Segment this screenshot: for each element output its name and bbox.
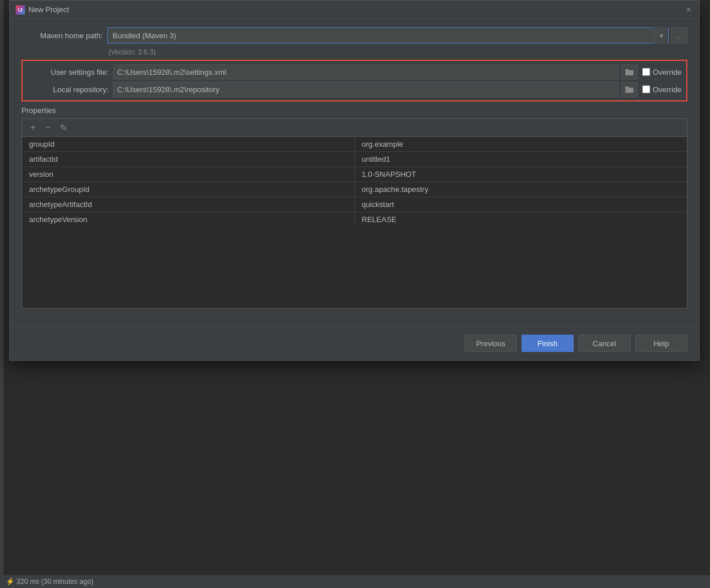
prop-value: org.apache.tapestry (354, 182, 687, 197)
local-repo-field-group (113, 82, 637, 97)
table-row[interactable]: archetypeVersion RELEASE (22, 212, 687, 227)
help-button[interactable]: Help (635, 335, 687, 352)
local-repo-override-group: Override (642, 85, 682, 94)
table-row[interactable]: archetypeArtifactId quickstart (22, 197, 687, 212)
prop-value: RELEASE (354, 212, 687, 227)
add-property-button[interactable]: + (27, 121, 39, 134)
prop-key: archetypeArtifactId (22, 197, 354, 212)
local-repo-browse-button[interactable] (621, 82, 637, 97)
properties-table: groupId org.example artifactId untitled1… (22, 137, 687, 227)
finish-button[interactable]: Finish (521, 335, 574, 352)
properties-toolbar: + − ✎ (22, 119, 687, 137)
maven-version-text: (Version: 3.6.3) (108, 48, 687, 56)
table-row[interactable]: artifactId untitled1 (22, 152, 687, 167)
local-repo-label: Local repository: (27, 85, 108, 94)
dialog-content: Maven home path: Bundled (Maven 3) ▾ … (… (10, 19, 699, 321)
table-row[interactable]: version 1.0-SNAPSHOT (22, 167, 687, 182)
table-row[interactable]: archetypeGroupId org.apache.tapestry (22, 182, 687, 197)
previous-button[interactable]: Previous (465, 335, 517, 352)
prop-value: untitled1 (354, 152, 687, 167)
remove-property-button[interactable]: − (42, 121, 55, 134)
prop-key: archetypeVersion (22, 212, 354, 227)
status-bar: ⚡ 320 ms (30 minutes ago) (0, 575, 710, 588)
maven-home-field-group: Bundled (Maven 3) ▾ … (107, 27, 687, 43)
dialog-title-left: IJ New Project (16, 5, 69, 14)
user-settings-row: User settings file: Override (27, 64, 682, 79)
properties-container: + − ✎ groupId org.example artifactId unt… (21, 118, 687, 308)
table-row[interactable]: groupId org.example (22, 137, 687, 152)
prop-value: 1.0-SNAPSHOT (354, 167, 687, 182)
properties-empty-area (22, 227, 687, 308)
cancel-button[interactable]: Cancel (578, 335, 631, 352)
user-settings-label: User settings file: (27, 68, 108, 77)
dialog-titlebar: IJ New Project × (10, 1, 699, 19)
user-settings-browse-button[interactable] (621, 64, 637, 79)
red-outline-section: User settings file: Override Local repo (21, 60, 687, 101)
maven-browse-button[interactable]: … (671, 27, 687, 43)
local-repo-override-checkbox[interactable] (642, 85, 650, 93)
user-settings-input[interactable] (113, 64, 619, 79)
prop-key: groupId (22, 137, 354, 152)
user-settings-field-group (113, 64, 637, 79)
new-project-dialog: IJ New Project × Maven home path: Bundle… (9, 0, 700, 361)
user-settings-override-label: Override (653, 68, 682, 77)
dialog-app-icon: IJ (16, 5, 25, 14)
prop-key: artifactId (22, 152, 354, 167)
prop-value: org.example (354, 137, 687, 152)
dialog-footer: Previous Finish Cancel Help (10, 326, 699, 360)
user-settings-override-checkbox[interactable] (642, 68, 650, 76)
maven-home-row: Maven home path: Bundled (Maven 3) ▾ … (21, 27, 687, 43)
local-repo-row: Local repository: Override (27, 82, 682, 97)
close-button[interactable]: × (684, 5, 693, 14)
dialog-title: New Project (28, 5, 69, 14)
prop-key: version (22, 167, 354, 182)
maven-home-label: Maven home path: (21, 31, 103, 40)
local-repo-input[interactable] (113, 82, 619, 97)
properties-section-label: Properties (21, 106, 687, 115)
status-bar-text: ⚡ 320 ms (30 minutes ago) (6, 578, 93, 586)
prop-value: quickstart (354, 197, 687, 212)
prop-key: archetypeGroupId (22, 182, 354, 197)
edit-property-button[interactable]: ✎ (57, 121, 70, 134)
local-repo-override-label: Override (653, 85, 682, 94)
user-settings-override-group: Override (642, 68, 682, 77)
maven-dropdown-arrow[interactable]: ▾ (654, 27, 668, 43)
maven-dropdown[interactable]: Bundled (Maven 3) ▾ (107, 27, 669, 43)
maven-dropdown-value: Bundled (Maven 3) (108, 31, 654, 40)
